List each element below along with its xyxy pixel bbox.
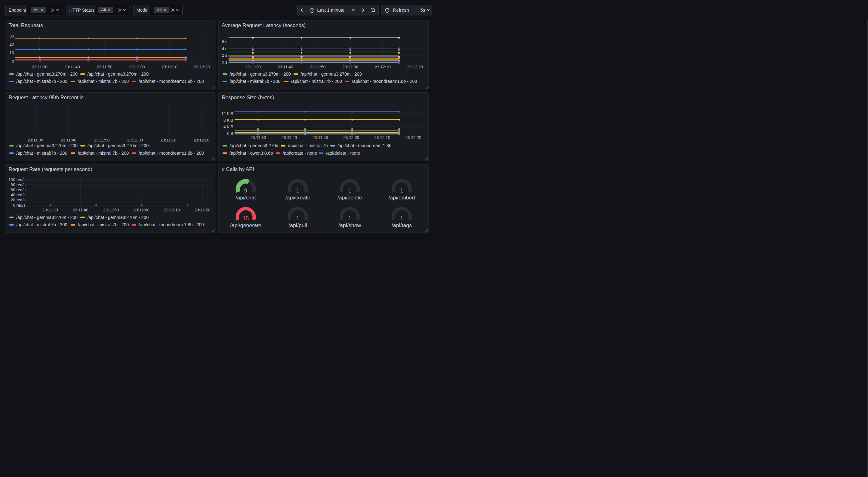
svg-text:23:12:00: 23:12:00 — [343, 135, 359, 140]
svg-text:23:11:30: 23:11:30 — [250, 135, 266, 140]
svg-text:23:11:40: 23:11:40 — [72, 207, 88, 212]
svg-text:/api/create: /api/create — [285, 195, 310, 200]
svg-text:/api/chat - gemma3:270m - 200: /api/chat - gemma3:270m - 200 — [87, 71, 149, 76]
svg-text:4 KiB: 4 KiB — [224, 124, 234, 129]
svg-text:6 s: 6 s — [222, 39, 227, 44]
svg-text:/api/chat - gemma3:270m - 200: /api/chat - gemma3:270m - 200 — [301, 71, 362, 76]
svg-text:12 KiB: 12 KiB — [221, 111, 233, 116]
svg-text:/api/generate: /api/generate — [230, 222, 261, 228]
svg-text:/api/chat - mistral:7b - 200: /api/chat - mistral:7b - 200 — [16, 222, 67, 227]
svg-text:23:12:00: 23:12:00 — [129, 64, 145, 69]
svg-text:/api/pull: /api/pull — [288, 222, 307, 228]
svg-text:30: 30 — [9, 33, 14, 38]
svg-text:/api/chat - gemma3:270m - 200: /api/chat - gemma3:270m - 200 — [16, 143, 78, 148]
svg-text:/api/chat - qwen3:0.6b: /api/chat - qwen3:0.6b — [229, 150, 273, 155]
svg-text:40 req/s: 40 req/s — [11, 192, 26, 197]
svg-text:20 req/s: 20 req/s — [11, 198, 26, 202]
svg-text:23:12:00: 23:12:00 — [133, 207, 149, 212]
svg-text:23:11:40: 23:11:40 — [64, 64, 80, 69]
svg-text:/api/chat - mistral:7b - 200: /api/chat - mistral:7b - 200 — [16, 150, 67, 155]
svg-text:/api/chat - moondream:1.8b: /api/chat - moondream:1.8b — [337, 143, 391, 148]
svg-text:/api/chat - moondream:1.8b - 2: /api/chat - moondream:1.8b - 200 — [352, 79, 417, 84]
svg-text:# Calls by API: # Calls by API — [222, 166, 254, 172]
svg-text:1: 1 — [297, 187, 300, 193]
svg-text:/api/chat - gemma3:270m - 200: /api/chat - gemma3:270m - 200 — [87, 214, 149, 219]
svg-text:/api/create - none: /api/create - none — [283, 150, 317, 155]
svg-text:/api/chat - mistral:7b - 200: /api/chat - mistral:7b - 200 — [229, 79, 281, 84]
svg-text:Total Requests: Total Requests — [8, 22, 43, 28]
svg-text:23:12:10: 23:12:10 — [374, 135, 390, 140]
svg-text:23:11:30: 23:11:30 — [42, 207, 58, 212]
svg-text:/api/chat - mistral:7b: /api/chat - mistral:7b — [288, 143, 328, 148]
svg-text:9: 9 — [244, 187, 247, 193]
svg-text:1: 1 — [400, 215, 403, 221]
svg-text:/api/chat - gemma3:270m - 200: /api/chat - gemma3:270m - 200 — [16, 71, 78, 76]
svg-text:23:12:10: 23:12:10 — [160, 138, 176, 142]
svg-text:/api/chat - moondream:1.8b - 2: /api/chat - moondream:1.8b - 200 — [138, 79, 204, 84]
svg-text:1: 1 — [297, 215, 300, 221]
svg-text:23:12:10: 23:12:10 — [164, 207, 180, 212]
svg-text:Request Latency 95th Percentil: Request Latency 95th Percentile — [8, 94, 84, 100]
svg-text:/api/chat - mistral:7b - 200: /api/chat - mistral:7b - 200 — [78, 79, 129, 84]
svg-text:/api/chat - mistral:7b - 200: /api/chat - mistral:7b - 200 — [78, 150, 129, 155]
svg-text:/api/chat: /api/chat — [236, 195, 256, 200]
svg-text:23:11:30: 23:11:30 — [32, 64, 48, 69]
svg-text:23:11:30: 23:11:30 — [27, 138, 43, 142]
svg-text:23:11:50: 23:11:50 — [310, 64, 326, 69]
svg-text:/api/chat - gemma3:270m - 200: /api/chat - gemma3:270m - 200 — [229, 71, 291, 76]
svg-text:23:11:40: 23:11:40 — [281, 135, 297, 140]
svg-text:0: 0 — [12, 59, 14, 64]
svg-text:1: 1 — [348, 187, 351, 193]
svg-text:Request Rate (requests per sec: Request Rate (requests per second) — [8, 166, 92, 172]
svg-text:/api/delete - none: /api/delete - none — [326, 150, 360, 155]
svg-text:23:12:20: 23:12:20 — [194, 64, 210, 69]
svg-text:23:11:50: 23:11:50 — [94, 138, 110, 142]
svg-text:23:11:40: 23:11:40 — [60, 138, 76, 142]
svg-text:4 s: 4 s — [222, 46, 227, 51]
svg-text:/api/show: /api/show — [339, 222, 362, 228]
svg-text:10: 10 — [9, 51, 14, 55]
svg-text:/api/chat - gemma3:270m - 200: /api/chat - gemma3:270m - 200 — [16, 214, 78, 219]
svg-text:/api/chat - moondream:1.8b - 2: /api/chat - moondream:1.8b - 200 — [138, 222, 204, 227]
svg-text:/api/chat - gemma3:270m: /api/chat - gemma3:270m — [229, 143, 280, 148]
svg-text:60 req/s: 60 req/s — [11, 187, 26, 192]
svg-text:/api/delete: /api/delete — [337, 195, 362, 200]
svg-text:20: 20 — [9, 42, 14, 47]
svg-text:23:12:20: 23:12:20 — [405, 135, 422, 140]
svg-text:23:11:50: 23:11:50 — [97, 64, 113, 69]
svg-text:/api/chat - mistral:7b - 200: /api/chat - mistral:7b - 200 — [78, 222, 129, 227]
svg-text:0 s: 0 s — [222, 60, 227, 64]
svg-text:23:11:30: 23:11:30 — [245, 64, 261, 69]
svg-text:23:12:00: 23:12:00 — [342, 64, 359, 69]
svg-text:2 s: 2 s — [222, 53, 227, 58]
svg-text:23:11:40: 23:11:40 — [277, 64, 293, 69]
svg-text:23:11:50: 23:11:50 — [103, 207, 119, 212]
svg-text:/api/embed: /api/embed — [388, 195, 415, 200]
svg-text:/api/chat - mistral:7b - 200: /api/chat - mistral:7b - 200 — [291, 79, 342, 84]
svg-text:23:12:00: 23:12:00 — [127, 138, 143, 142]
svg-text:0 req/s: 0 req/s — [13, 203, 26, 207]
svg-text:Average Request Latency (secon: Average Request Latency (seconds) — [222, 22, 306, 28]
svg-text:23:11:50: 23:11:50 — [312, 135, 328, 140]
svg-text:0 B: 0 B — [227, 131, 234, 136]
svg-text:Response Size (bytes): Response Size (bytes) — [222, 94, 274, 100]
svg-text:/api/chat - gemma3:270m - 200: /api/chat - gemma3:270m - 200 — [87, 143, 149, 148]
svg-text:23:12:20: 23:12:20 — [407, 64, 423, 69]
svg-text:/api/chat - mistral:7b - 200: /api/chat - mistral:7b - 200 — [16, 79, 67, 84]
svg-text:23:12:20: 23:12:20 — [194, 207, 210, 212]
svg-text:100 req/s: 100 req/s — [8, 177, 26, 182]
svg-text:1: 1 — [348, 215, 351, 221]
svg-text:23:12:10: 23:12:10 — [375, 64, 391, 69]
svg-text:/api/chat - moondream:1.8b - 2: /api/chat - moondream:1.8b - 200 — [138, 150, 204, 155]
svg-text:15: 15 — [243, 215, 248, 221]
svg-text:23:12:10: 23:12:10 — [161, 64, 177, 69]
svg-text:/api/tags: /api/tags — [392, 222, 412, 228]
svg-text:8 KiB: 8 KiB — [224, 118, 234, 123]
svg-text:80 req/s: 80 req/s — [11, 182, 26, 187]
svg-text:1: 1 — [400, 187, 403, 193]
svg-text:23:12:20: 23:12:20 — [193, 138, 210, 142]
